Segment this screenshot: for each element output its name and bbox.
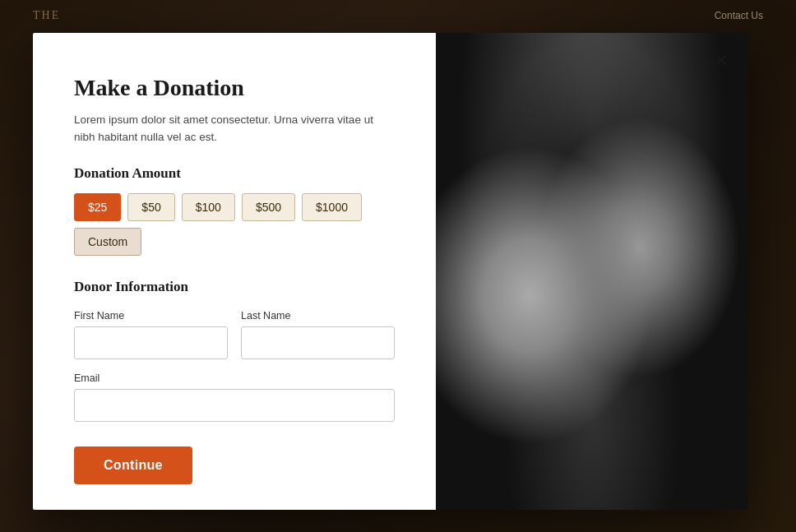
first-name-input[interactable] — [74, 326, 228, 359]
amount-button-50[interactable]: $50 — [127, 193, 174, 221]
nav-links: Contact Us — [715, 10, 763, 21]
email-label: Email — [74, 372, 395, 384]
nav-contact-link: Contact Us — [715, 10, 763, 21]
close-button[interactable]: × — [706, 45, 736, 75]
modal-image — [436, 33, 748, 510]
nav-bar: THE Contact Us — [0, 0, 796, 31]
close-icon: × — [715, 49, 728, 72]
last-name-group: Last Name — [241, 310, 395, 359]
first-name-label: First Name — [74, 310, 228, 322]
amount-buttons-group: $25 $50 $100 $500 $1000 Custom — [74, 193, 395, 256]
modal-title: Make a Donation — [74, 74, 395, 102]
donation-modal: Make a Donation Lorem ipsum dolor sit am… — [33, 33, 748, 510]
continue-button[interactable]: Continue — [74, 446, 192, 484]
last-name-input[interactable] — [241, 326, 395, 359]
modal-image-panel: × — [436, 33, 748, 510]
modal-description: Lorem ipsum dolor sit amet consectetur. … — [74, 112, 395, 146]
amount-button-500[interactable]: $500 — [242, 193, 295, 221]
amount-button-25[interactable]: $25 — [74, 193, 121, 221]
email-input[interactable] — [74, 389, 395, 422]
modal-form-panel: Make a Donation Lorem ipsum dolor sit am… — [33, 33, 436, 510]
email-group: Email — [74, 372, 395, 422]
donor-info-title: Donor Information — [74, 279, 395, 295]
name-row: First Name Last Name — [74, 310, 395, 359]
amount-button-1000[interactable]: $1000 — [302, 193, 362, 221]
amount-button-custom[interactable]: Custom — [74, 228, 141, 256]
donation-amount-title: Donation Amount — [74, 165, 395, 182]
amount-button-100[interactable]: $100 — [182, 193, 235, 221]
nav-logo: THE — [33, 9, 60, 22]
last-name-label: Last Name — [241, 310, 395, 322]
first-name-group: First Name — [74, 310, 228, 359]
